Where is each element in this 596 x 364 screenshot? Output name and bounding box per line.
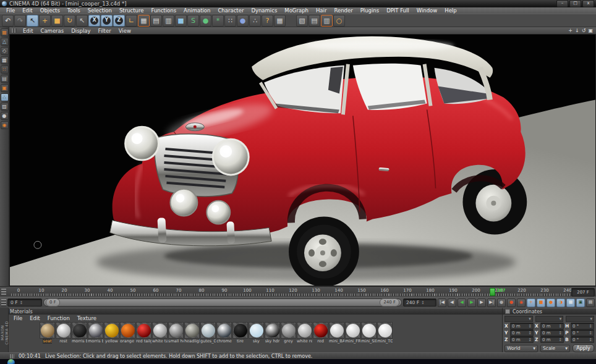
- spinner-icon[interactable]: ↕: [528, 324, 532, 329]
- material-sky[interactable]: sky: [249, 322, 264, 344]
- material-thumbnail[interactable]: [152, 322, 168, 339]
- key-parameter-button[interactable]: ◑: [556, 298, 565, 307]
- toggle-panel-icon[interactable]: ▣: [588, 27, 593, 34]
- spinner-icon[interactable]: ↕: [19, 300, 23, 305]
- interactive-render-region-button[interactable]: ▧: [296, 15, 308, 27]
- next-frame-button[interactable]: ▶: [477, 298, 486, 307]
- rotation-h-field[interactable]: 0 °↕: [571, 323, 594, 329]
- material-thumbnail[interactable]: [345, 322, 360, 339]
- material-grey[interactable]: grey: [281, 322, 296, 344]
- material-thumbnail[interactable]: [265, 322, 280, 339]
- menu-selection[interactable]: Selection: [84, 7, 116, 14]
- minimize-button[interactable]: –: [556, 0, 568, 7]
- pan-icon[interactable]: +: [568, 27, 573, 34]
- polygon-mode-button[interactable]: ▣: [1, 84, 9, 92]
- preview-range-slider[interactable]: 0 F 240 F: [43, 298, 402, 307]
- material-red[interactable]: red: [313, 322, 328, 344]
- material-mini-fr[interactable]: mini_FR: [345, 322, 360, 344]
- move-button[interactable]: +: [39, 15, 51, 27]
- material-thumbnail[interactable]: [56, 322, 71, 339]
- material-rest[interactable]: rest: [56, 322, 71, 344]
- material-headlight[interactable]: headlight: [184, 322, 200, 344]
- menu-hair[interactable]: Hair: [312, 7, 330, 14]
- viewport-menu-display[interactable]: Display: [67, 28, 94, 34]
- redo-button[interactable]: ↷: [14, 15, 26, 27]
- menu-plugins[interactable]: Plugins: [357, 7, 383, 14]
- menu-character[interactable]: Character: [214, 7, 247, 14]
- add-nurbs-button[interactable]: ●: [200, 15, 211, 27]
- animation-mode-button[interactable]: ●: [1, 112, 9, 120]
- material-morris-bd[interactable]: morris bd: [72, 322, 87, 344]
- material-yellow[interactable]: yellow: [104, 322, 119, 344]
- material-thumbnail[interactable]: [40, 322, 55, 339]
- edge-mode-button[interactable]: ▤: [1, 75, 9, 83]
- panel-grip-icon[interactable]: [1, 299, 6, 307]
- close-button[interactable]: x: [582, 0, 594, 7]
- menu-tools[interactable]: Tools: [64, 7, 84, 14]
- material-seat[interactable]: seat: [40, 322, 55, 344]
- transform-mode-dropdown[interactable]: Scale ▾: [540, 345, 570, 352]
- material-thumbnail[interactable]: [72, 322, 87, 339]
- material-thumbnail[interactable]: [104, 322, 119, 339]
- apply-button[interactable]: Apply: [573, 344, 594, 352]
- key-pla-button[interactable]: ▦: [566, 298, 575, 307]
- record-options-button[interactable]: ◉: [517, 298, 526, 307]
- rotate-button[interactable]: ↻: [64, 15, 75, 27]
- live-selection-button[interactable]: ↖: [27, 15, 38, 27]
- materials-menu-edit[interactable]: Edit: [26, 315, 43, 321]
- coordinates-mini-dropdown[interactable]: ▾: [566, 316, 594, 322]
- timeline-playhead[interactable]: [490, 288, 495, 296]
- timeline-window-button[interactable]: ▤: [586, 298, 595, 307]
- lock-y-axis-button[interactable]: Y: [101, 15, 113, 27]
- material-sky-hdr[interactable]: sky hdr: [265, 322, 280, 344]
- menu-structure[interactable]: Structure: [116, 7, 148, 14]
- spinner-icon[interactable]: ↕: [589, 324, 592, 329]
- start-orb-icon[interactable]: [7, 359, 15, 364]
- add-particles-button[interactable]: ∴: [249, 15, 261, 27]
- viewport-menu-view[interactable]: View: [115, 28, 135, 34]
- play-backward-button[interactable]: ◀: [458, 298, 466, 307]
- spinner-icon[interactable]: ↕: [528, 331, 532, 336]
- position-y-field[interactable]: 0 m↕: [510, 329, 534, 336]
- snap-settings-button[interactable]: ◉: [1, 121, 9, 129]
- material-mini-top[interactable]: mini_TOP: [377, 322, 393, 344]
- coordinates-mini-dropdown[interactable]: ▾: [535, 316, 564, 322]
- material-tire[interactable]: tire: [232, 322, 248, 344]
- menu-functions[interactable]: Functions: [148, 7, 181, 14]
- menu-objects[interactable]: Objects: [36, 7, 64, 14]
- material-mini-sid[interactable]: mini_SID: [361, 322, 377, 344]
- menu-mograph[interactable]: MoGraph: [281, 7, 312, 14]
- material-thumbnail[interactable]: [313, 322, 328, 339]
- render-settings-button[interactable]: ▥: [163, 15, 174, 27]
- context-help-button[interactable]: ?: [262, 15, 273, 27]
- render-picture-viewer-button[interactable]: ▤: [150, 15, 162, 27]
- menu-window[interactable]: Window: [413, 7, 441, 14]
- position-x-field[interactable]: 0 m↕: [510, 323, 534, 329]
- material-thumbnail[interactable]: [136, 322, 151, 339]
- autokey-button[interactable]: ●: [507, 298, 516, 307]
- add-cube-button[interactable]: ■: [175, 15, 187, 27]
- spinner-icon[interactable]: ↕: [528, 337, 532, 342]
- magnify-button[interactable]: ○: [333, 15, 345, 27]
- key-rotation-button[interactable]: ●: [547, 298, 555, 307]
- position-z-field[interactable]: 0 m↕: [510, 336, 534, 343]
- lock-z-axis-button[interactable]: Z: [113, 15, 125, 27]
- coordinates-mini-dropdown[interactable]: ▾: [504, 316, 533, 322]
- scale-button[interactable]: ■: [51, 15, 63, 27]
- maximize-button[interactable]: □: [569, 0, 581, 7]
- material-thumbnail[interactable]: [232, 322, 248, 339]
- material-thumbnail[interactable]: [361, 322, 377, 339]
- material-thumbnail[interactable]: [168, 322, 184, 339]
- make-editable-button[interactable]: △: [1, 38, 9, 46]
- lock-x-axis-button[interactable]: X: [88, 15, 100, 27]
- end-frame-field[interactable]: 240 F ↕: [403, 298, 436, 307]
- menu-dpit-full[interactable]: DPIT Full: [383, 7, 413, 14]
- material-mini-ba[interactable]: mini_BA: [329, 322, 344, 344]
- undo-button[interactable]: ↶: [2, 15, 14, 27]
- add-environment-button[interactable]: ∷: [224, 15, 236, 27]
- start-frame-field[interactable]: 0 F ↕: [7, 298, 42, 307]
- material-thumbnail[interactable]: [297, 322, 312, 339]
- keyframe-record-button[interactable]: ●: [497, 298, 506, 307]
- material-gutes-gl[interactable]: gutes_Gl: [200, 322, 216, 344]
- orbit-icon[interactable]: ↺: [582, 27, 586, 34]
